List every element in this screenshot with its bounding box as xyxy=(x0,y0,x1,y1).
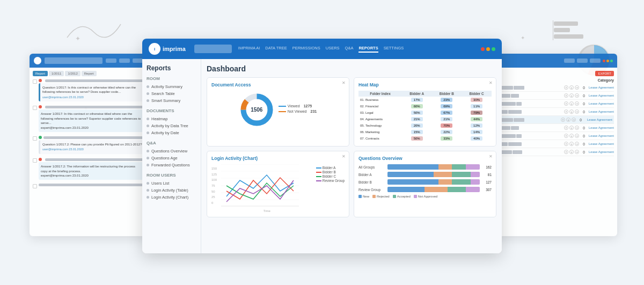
rp-action-icon[interactable]: ↑ xyxy=(564,109,568,114)
sidebar-item-activity-summary[interactable]: Activity Summary xyxy=(147,83,196,90)
heat-map-close[interactable]: ✕ xyxy=(489,81,493,85)
q-bar-segment xyxy=(434,172,452,177)
rp-action-icon[interactable]: → xyxy=(575,85,579,90)
rp-action-icon[interactable]: → xyxy=(575,109,579,114)
q-bar-total: 162 xyxy=(482,165,492,169)
questions-overview-close[interactable]: ✕ xyxy=(489,154,493,159)
q-legend-item: Not Approved xyxy=(414,195,437,198)
sidebar-item-heatmap[interactable]: Heatmap xyxy=(147,115,196,122)
rp-action-icon[interactable]: ↓ xyxy=(569,93,574,98)
left-panel-logo xyxy=(34,57,41,64)
rp-action-icon[interactable]: ↓ xyxy=(569,109,574,114)
rp-action-icon[interactable]: → xyxy=(575,142,579,146)
rp-action-icon[interactable]: → xyxy=(575,93,579,98)
nav-item-settings[interactable]: SETTINGS xyxy=(384,46,404,53)
hm-col-folder: Folder Index xyxy=(358,91,402,97)
rp-action-icon[interactable]: ↓ xyxy=(569,85,574,90)
content-area: Reports Room Activity Summary Search Tab… xyxy=(142,59,502,253)
rp-action-icon[interactable]: ↓ xyxy=(566,118,570,122)
close-dot xyxy=(481,47,485,51)
heatmap-row: 07. Contracts50%33%40% xyxy=(358,135,492,142)
login-activity-close[interactable]: ✕ xyxy=(342,154,346,159)
review-group-color xyxy=(316,180,321,181)
nav-item-permissions[interactable]: PERMISSIONS xyxy=(292,46,320,53)
rp-action-icon[interactable]: ↑ xyxy=(564,126,568,130)
rp-icons: ↑↓→ xyxy=(564,101,579,106)
nav-item-qa[interactable]: Q&A xyxy=(345,46,354,53)
nav-item-reports[interactable]: REPORTS xyxy=(358,46,378,53)
sidebar-item-activity-data-tree[interactable]: Activity by Data Tree xyxy=(147,122,196,129)
lp-sender-1: user@imprima.com 23.01.2020 xyxy=(42,96,142,100)
lp-status-dot-3 xyxy=(39,136,42,139)
sidebar-item-login-chart[interactable]: Login Activity (Chart) xyxy=(147,194,196,201)
sidebar-label-search-table: Search Table xyxy=(151,91,175,96)
rp-num: 0 xyxy=(581,86,587,90)
rp-action-icon[interactable]: → xyxy=(572,118,576,122)
rp-action-icon[interactable]: → xyxy=(575,126,579,130)
rp-action-icon[interactable]: ↑ xyxy=(564,134,568,138)
sidebar-item-activity-date[interactable]: Activity by Date xyxy=(147,129,196,136)
lp-sender-3: user@imprima.com 23.01.2020 xyxy=(42,148,142,152)
lp-checkbox-1[interactable] xyxy=(33,79,37,84)
hm-folder-name: 05. Technology xyxy=(358,122,402,129)
rp-bar-area xyxy=(497,86,562,90)
hm-bidder-a: 50% xyxy=(402,109,431,116)
rp-action-icon[interactable]: ↑ xyxy=(564,142,568,146)
left-panel-tabs: Report 1/2011 1/2012 Report xyxy=(33,71,144,76)
rp-num: 0 xyxy=(581,94,587,98)
bidder-a-label: Bidder A xyxy=(323,166,336,170)
rp-num: 0 xyxy=(581,150,587,154)
rp-action-icon[interactable]: ↓ xyxy=(569,134,574,138)
nav-item-imprima-ai[interactable]: IMPRIMA AI xyxy=(238,46,260,53)
lp-tab-report[interactable]: Report xyxy=(33,71,48,76)
rp-action-icon[interactable]: → xyxy=(575,134,579,138)
q-legend-label: Rejected xyxy=(377,195,390,198)
rp-action-icon[interactable]: ↓ xyxy=(569,126,574,130)
lp-tab-1[interactable]: 1/2011 xyxy=(49,71,64,76)
lp-bar-2 xyxy=(45,106,144,108)
lp-checkbox-2[interactable] xyxy=(33,106,37,110)
rp-action-icon[interactable]: ↓ xyxy=(569,142,574,146)
sidebar-item-users-list[interactable]: Users List xyxy=(147,180,196,187)
sidebar-label-activity-date: Activity by Date xyxy=(151,130,179,135)
rp-action-icon[interactable]: ↑ xyxy=(564,101,568,106)
rp-icons: ↑↓→ xyxy=(564,134,579,138)
main-reports-panel: i imprima IMPRIMA AI DATA TREE PERMISSIO… xyxy=(142,39,502,253)
q-legend-dot xyxy=(372,195,376,198)
lp-nav-3 xyxy=(133,59,143,63)
rp-action-icon[interactable]: → xyxy=(575,101,579,106)
rp-action-icon[interactable]: ↑ xyxy=(564,85,568,90)
nav-item-data-tree[interactable]: DATA TREE xyxy=(265,46,287,53)
sidebar-item-login-table[interactable]: Login Activity (Table) xyxy=(147,187,196,194)
lp-tab-2[interactable]: 1/2012 xyxy=(65,71,80,76)
sidebar-item-forwarded-questions[interactable]: Forwarded Questions xyxy=(147,162,196,169)
heatmap-row: 02. Financial60%69%11% xyxy=(358,103,492,109)
y-label-75: 75 xyxy=(211,184,220,187)
sidebar-label-login-table: Login Activity (Table) xyxy=(151,188,188,193)
nav-search-bar[interactable] xyxy=(194,45,232,53)
rp-action-icon[interactable]: ↑ xyxy=(564,93,568,98)
sidebar-item-questions-age[interactable]: Questions Age xyxy=(147,155,196,162)
sidebar-dot-7 xyxy=(147,150,149,152)
rp-action-icon[interactable]: ↓ xyxy=(569,150,574,154)
q-bar-row: All Groups162 xyxy=(358,164,492,170)
sidebar-item-smart-summary[interactable]: Smart Summary xyxy=(147,97,196,104)
lp-tab-3[interactable]: Report xyxy=(82,71,97,76)
export-button[interactable]: EXPORT xyxy=(595,71,614,76)
document-access-close[interactable]: ✕ xyxy=(342,81,346,85)
rp-action-icon[interactable]: → xyxy=(575,150,579,154)
rp-action-icon[interactable]: ↓ xyxy=(569,101,574,106)
rp-action-icon[interactable]: ↑ xyxy=(561,118,565,122)
sidebar-item-search-table[interactable]: Search Table xyxy=(147,90,196,97)
sidebar-item-questions-overview[interactable]: Questions Overview xyxy=(147,148,196,155)
left-panel-nav xyxy=(30,54,148,68)
lp-checkbox-3[interactable] xyxy=(33,136,37,141)
rp-action-icon[interactable]: ↑ xyxy=(564,150,568,154)
lp-checkbox-5[interactable] xyxy=(33,184,37,188)
hm-bidder-b: 33% xyxy=(431,135,462,142)
lp-checkbox-4[interactable] xyxy=(33,158,37,163)
hm-bidder-b: 69% xyxy=(431,103,462,109)
nav-item-users[interactable]: USERS xyxy=(326,46,340,53)
right-panel-header: EXPORT xyxy=(497,71,614,76)
donut-chart: 1506 xyxy=(239,92,274,127)
